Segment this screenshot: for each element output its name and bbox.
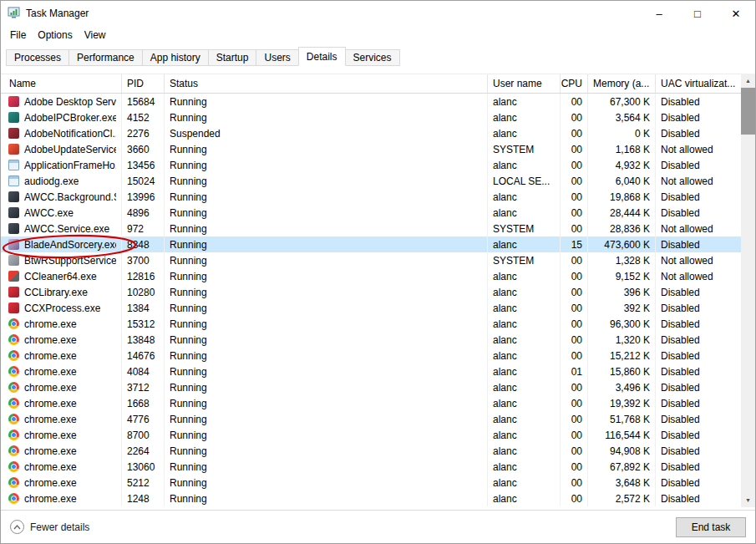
cell-pid: 1248 bbox=[122, 491, 165, 506]
cell-pid: 15024 bbox=[122, 173, 165, 189]
column-header-memory[interactable]: Memory (a... bbox=[588, 74, 656, 93]
cell-memory: 473,600 K bbox=[588, 236, 656, 252]
menu-item-view[interactable]: View bbox=[79, 26, 112, 44]
table-row[interactable]: chrome.exe8700Runningalanc00116,544 KDis… bbox=[1, 427, 741, 443]
chrome-icon bbox=[8, 318, 19, 329]
cell-memory: 19,868 K bbox=[588, 189, 656, 205]
table-row[interactable]: AWCC.Service.exe972RunningSYSTEM0028,836… bbox=[1, 221, 741, 236]
cell-status: Running bbox=[165, 364, 488, 379]
table-row[interactable]: BtwRSupportService....3700RunningSYSTEM0… bbox=[1, 252, 741, 268]
blade-icon bbox=[8, 239, 19, 250]
tab-processes[interactable]: Processes bbox=[6, 49, 69, 66]
tab-performance[interactable]: Performance bbox=[68, 49, 143, 66]
cc-red-icon bbox=[8, 303, 19, 313]
cell-pid: 4152 bbox=[122, 109, 165, 125]
table-row[interactable]: CCLibrary.exe10280Runningalanc00396 KDis… bbox=[1, 284, 741, 300]
cell-uac: Disabled bbox=[656, 411, 741, 427]
cell-uac: Disabled bbox=[656, 459, 741, 475]
cell-cpu: 00 bbox=[561, 427, 588, 443]
table-row[interactable]: AWCC.exe4896Runningalanc0028,444 KDisabl… bbox=[1, 205, 741, 221]
scrollbar-track[interactable] bbox=[741, 135, 755, 493]
table-row[interactable]: BladeAndSorcery.exe8348Runningalanc15473… bbox=[1, 236, 741, 252]
table-row[interactable]: AWCC.Background.S...13996Runningalanc001… bbox=[1, 189, 741, 205]
fewer-details-toggle[interactable]: Fewer details bbox=[10, 520, 89, 534]
column-header-user[interactable]: User name bbox=[488, 74, 561, 93]
tab-details[interactable]: Details bbox=[298, 47, 346, 66]
table-row[interactable]: chrome.exe15312Runningalanc0096,300 KDis… bbox=[1, 316, 741, 332]
table-row[interactable]: AdobeNotificationCl...2276Suspendedalanc… bbox=[1, 125, 741, 141]
table-row[interactable]: chrome.exe4776Runningalanc0051,768 KDisa… bbox=[1, 411, 741, 427]
cell-memory: 1,320 K bbox=[588, 332, 656, 348]
cell-uac: Disabled bbox=[656, 236, 741, 252]
table-row[interactable]: audiodg.exe15024RunningLOCAL SE...006,04… bbox=[1, 173, 741, 189]
column-header-cpu[interactable]: CPU bbox=[561, 74, 588, 93]
scroll-down-icon[interactable]: ▼ bbox=[741, 493, 755, 507]
menu-item-file[interactable]: File bbox=[4, 26, 32, 44]
cell-cpu: 00 bbox=[561, 443, 588, 459]
cell-memory: 28,444 K bbox=[588, 205, 656, 221]
menu-item-options[interactable]: Options bbox=[32, 26, 78, 44]
table-row[interactable]: CCleaner64.exe12816Runningalanc009,152 K… bbox=[1, 268, 741, 284]
table-row[interactable]: chrome.exe1668Runningalanc0019,392 KDisa… bbox=[1, 395, 741, 411]
column-header-pid[interactable]: PID bbox=[122, 74, 165, 93]
table-row[interactable]: chrome.exe14676Runningalanc0015,212 KDis… bbox=[1, 348, 741, 364]
cell-uac: Disabled bbox=[656, 443, 741, 459]
cell-user: alanc bbox=[488, 379, 561, 395]
cell-name: audiodg.exe bbox=[1, 173, 122, 189]
cell-pid: 13456 bbox=[122, 157, 165, 173]
table-row[interactable]: chrome.exe4084Runningalanc0115,860 KDisa… bbox=[1, 364, 741, 379]
cell-cpu: 01 bbox=[561, 364, 588, 379]
cell-user: alanc bbox=[488, 443, 561, 459]
vertical-scrollbar[interactable]: ▲ ▼ bbox=[741, 74, 755, 507]
close-button[interactable]: ✕ bbox=[717, 1, 755, 26]
tab-users[interactable]: Users bbox=[256, 49, 298, 66]
tab-app-history[interactable]: App history bbox=[142, 49, 209, 66]
chrome-icon bbox=[8, 445, 19, 456]
column-header-status[interactable]: Status bbox=[165, 74, 488, 93]
scrollbar-thumb[interactable] bbox=[741, 88, 755, 135]
cell-user: alanc bbox=[488, 459, 561, 475]
table-row[interactable]: chrome.exe13848Runningalanc001,320 KDisa… bbox=[1, 332, 741, 348]
table-row[interactable]: AdobeIPCBroker.exe4152Runningalanc003,56… bbox=[1, 109, 741, 125]
cell-pid: 8700 bbox=[122, 427, 165, 443]
maximize-button[interactable]: □ bbox=[678, 1, 717, 26]
table-row[interactable]: ApplicationFrameHo...13456Runningalanc00… bbox=[1, 157, 741, 173]
cell-memory: 96,300 K bbox=[588, 316, 656, 332]
table-row[interactable]: AdobeUpdateService...3660RunningSYSTEM00… bbox=[1, 141, 741, 157]
table-row[interactable]: chrome.exe13060Runningalanc0067,892 KDis… bbox=[1, 459, 741, 475]
column-header-uac[interactable]: UAC virtualizat... bbox=[656, 74, 741, 93]
cell-cpu: 00 bbox=[561, 141, 588, 157]
table-row[interactable]: CCXProcess.exe1384Runningalanc00392 KDis… bbox=[1, 300, 741, 316]
cell-memory: 3,564 K bbox=[588, 109, 656, 125]
tab-startup[interactable]: Startup bbox=[208, 49, 257, 66]
chrome-icon bbox=[8, 334, 19, 345]
cell-user: alanc bbox=[488, 284, 561, 300]
cell-status: Running bbox=[165, 109, 488, 125]
scroll-up-icon[interactable]: ▲ bbox=[741, 74, 755, 88]
minimize-button[interactable]: – bbox=[640, 1, 678, 26]
process-name: CCXProcess.exe bbox=[24, 303, 100, 314]
process-name: audiodg.exe bbox=[24, 175, 79, 187]
adobe-darkred-icon bbox=[8, 128, 19, 139]
cell-uac: Disabled bbox=[656, 157, 741, 173]
cell-cpu: 00 bbox=[561, 205, 588, 221]
cell-cpu: 00 bbox=[561, 459, 588, 475]
table-row[interactable]: Adobe Desktop Servi...15684Runningalanc0… bbox=[1, 94, 741, 109]
table-row[interactable]: chrome.exe5212Runningalanc003,648 KDisab… bbox=[1, 475, 741, 491]
table-row[interactable]: chrome.exe1248Runningalanc002,572 KDisab… bbox=[1, 491, 741, 506]
table-row[interactable]: chrome.exe3712Runningalanc003,496 KDisab… bbox=[1, 379, 741, 395]
cell-user: alanc bbox=[488, 236, 561, 252]
cell-cpu: 00 bbox=[561, 109, 588, 125]
cell-status: Running bbox=[165, 395, 488, 411]
cell-name: AWCC.exe bbox=[1, 205, 122, 221]
tab-services[interactable]: Services bbox=[345, 49, 400, 66]
table-row[interactable]: chrome.exe2264Runningalanc0094,908 KDisa… bbox=[1, 443, 741, 459]
column-header-name[interactable]: Name bbox=[1, 74, 122, 93]
end-task-button[interactable]: End task bbox=[676, 517, 746, 537]
cell-memory: 15,860 K bbox=[588, 364, 656, 379]
cell-name: chrome.exe bbox=[1, 348, 122, 364]
cell-uac: Disabled bbox=[656, 364, 741, 379]
cell-uac: Disabled bbox=[656, 205, 741, 221]
cell-pid: 10280 bbox=[122, 284, 165, 300]
cell-memory: 28,836 K bbox=[588, 221, 656, 236]
